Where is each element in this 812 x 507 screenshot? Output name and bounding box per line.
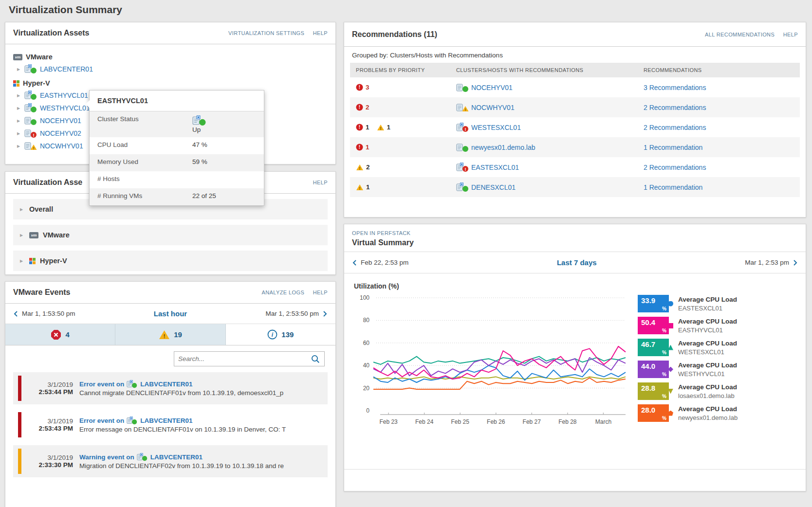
panel-title-asset-summary: Virtualization Asse xyxy=(13,178,82,187)
event-timestamp: 3/1/20192:33:30 PM xyxy=(28,454,73,469)
vcenter-up-icon xyxy=(137,453,148,461)
node-link[interactable]: NOCWHYV01 xyxy=(40,142,83,150)
events-tab-count: 139 xyxy=(281,330,294,339)
cluster-host-link[interactable]: NOCWHYV01 xyxy=(471,104,515,111)
expand-arrow-icon[interactable]: ▶ xyxy=(17,131,22,136)
tooltip-label: # Running VMs xyxy=(97,192,192,199)
grouped-by-label: Grouped by: Clusters/Hosts with Recommen… xyxy=(344,47,806,63)
search-input[interactable] xyxy=(178,355,311,362)
events-range-end: Mar 1, 2:53:50 pm xyxy=(265,310,319,317)
tooltip-value: 22 of 25 xyxy=(192,192,216,199)
event-node-link[interactable]: LABVCENTER01 xyxy=(150,453,203,461)
legend-value-badge: 28.0% xyxy=(638,404,669,422)
event-title-link[interactable]: Error event on xyxy=(79,380,124,388)
warning-priority-icon: ! xyxy=(377,124,385,131)
event-title-link[interactable]: Error event on xyxy=(79,417,124,424)
event-node-link[interactable]: LABVCENTER01 xyxy=(140,380,192,388)
legend-series-node: newyesx01.demo.lab xyxy=(678,414,738,421)
chevron-left-icon[interactable] xyxy=(13,310,18,317)
svg-text:80: 80 xyxy=(363,317,370,324)
priority-count: 1 xyxy=(366,124,369,131)
help-link[interactable]: HELP xyxy=(783,32,798,37)
chevron-right-icon[interactable] xyxy=(793,259,798,266)
summary-range-label[interactable]: Last 7 days xyxy=(408,258,745,267)
node-link[interactable]: EASTHYVCL01 xyxy=(40,91,88,99)
virtualization-settings-link[interactable]: VIRTUALIZATION SETTINGS xyxy=(228,30,304,36)
chart-title: Utilization (%) xyxy=(354,282,638,290)
node-link[interactable]: NOCEHYV02 xyxy=(40,129,81,137)
events-tab-warning[interactable]: !19 xyxy=(115,324,225,345)
svg-text:Feb 25: Feb 25 xyxy=(451,418,470,425)
all-recommendations-link[interactable]: ALL RECOMMENDATIONS xyxy=(705,32,775,37)
cluster-host-link[interactable]: NOCEHYV01 xyxy=(471,84,513,91)
summary-row-hyper-v[interactable]: ▶Hyper-V xyxy=(13,251,328,271)
tooltip-row: Cluster Status Up xyxy=(90,111,264,137)
recommendations-count-link[interactable]: 2 Recommendations xyxy=(644,124,706,131)
legend-series-node: EASTHYVCL01 xyxy=(678,326,723,334)
expand-arrow-icon[interactable]: ▶ xyxy=(17,106,22,110)
search-box[interactable] xyxy=(174,351,325,366)
tooltip-row: # Running VMs22 of 25 xyxy=(90,188,264,205)
chevron-right-icon[interactable] xyxy=(323,310,328,317)
events-tab-info[interactable]: i139 xyxy=(226,324,335,345)
expand-arrow-icon[interactable]: ▶ xyxy=(17,93,22,98)
legend-series-node: losaesx01.demo.lab xyxy=(678,392,735,399)
expand-arrow-icon[interactable]: ▶ xyxy=(20,233,25,237)
legend-item-WESTHYVCL01[interactable]: 44.0%Average CPU LoadWESTHYVCL01 xyxy=(638,361,801,378)
event-timestamp: 3/1/20192:53:43 PM xyxy=(28,417,73,432)
recommendations-count-link[interactable]: 1 Recommendation xyxy=(644,144,702,151)
cluster-host-link[interactable]: EASTESXCL01 xyxy=(471,163,519,171)
chevron-left-icon[interactable] xyxy=(352,259,357,266)
svg-text:40: 40 xyxy=(363,362,370,369)
expand-arrow-icon[interactable]: ▶ xyxy=(20,259,25,263)
svg-text:Feb 27: Feb 27 xyxy=(523,418,541,425)
event-title-link[interactable]: Warning event on xyxy=(79,453,134,461)
help-link[interactable]: HELP xyxy=(313,30,328,36)
events-tab-error[interactable]: 4 xyxy=(5,324,115,345)
event-node-link[interactable]: LABVCENTER01 xyxy=(140,417,192,424)
node-link[interactable]: LABVCENTER01 xyxy=(40,65,93,73)
search-icon[interactable] xyxy=(311,354,320,364)
legend-item-EASTHYVCL01[interactable]: 50.4%Average CPU LoadEASTHYVCL01 xyxy=(638,317,801,334)
expand-arrow-icon[interactable]: ▶ xyxy=(17,144,22,148)
events-range-label[interactable]: Last hour xyxy=(75,309,266,318)
tree-group-vmware: vmVMware xyxy=(13,53,328,61)
node-link[interactable]: NOCEHYV01 xyxy=(40,117,81,125)
help-link[interactable]: HELP xyxy=(313,180,328,185)
warning-priority-icon: ! xyxy=(356,184,364,191)
panel-title-recommendations: Recommendations (11) xyxy=(352,30,437,39)
analyze-logs-link[interactable]: ANALYZE LOGS xyxy=(261,290,304,295)
legend-item-WESTESXCL01[interactable]: 46.7%Average CPU LoadWESTESXCL01 xyxy=(638,339,801,356)
legend-value-badge: 44.0% xyxy=(638,361,669,378)
help-link[interactable]: HELP xyxy=(313,290,328,295)
svg-text:20: 20 xyxy=(363,385,370,392)
tree-group-label: VMware xyxy=(26,53,53,61)
recommendations-count-link[interactable]: 3 Recommendations xyxy=(644,84,706,91)
recommendation-row: !2 !NOCWHYV012 Recommendations xyxy=(350,97,800,117)
legend-item-EASTESXCL01[interactable]: 33.9%Average CPU LoadEASTESXCL01 xyxy=(638,295,801,312)
open-in-perfstack-link[interactable]: OPEN IN PERFSTACK xyxy=(352,230,410,236)
legend-item-newyesx01.demo.lab[interactable]: 28.0%Average CPU Loadnewyesx01.demo.lab xyxy=(638,404,801,422)
expand-arrow-icon[interactable]: ▶ xyxy=(20,207,25,212)
recommendations-count-link[interactable]: 1 Recommendation xyxy=(644,183,702,191)
event-timestamp: 3/1/20192:53:44 PM xyxy=(28,381,73,396)
events-list: 3/1/20192:53:44 PMError event on LABVCEN… xyxy=(5,371,335,477)
expand-arrow-icon[interactable]: ▶ xyxy=(17,119,22,123)
svg-text:!: ! xyxy=(465,108,466,112)
cluster-host-link[interactable]: DENESXCL01 xyxy=(471,183,516,191)
tree-node-labvcenter01[interactable]: ▶ LABVCENTER01 xyxy=(13,63,328,75)
cluster-host-link[interactable]: WESTESXCL01 xyxy=(471,124,521,131)
recommendations-count-link[interactable]: 2 Recommendations xyxy=(644,104,706,111)
tree-group-hyper-v: Hyper-V xyxy=(13,79,328,87)
vcenter-up-icon xyxy=(127,416,138,425)
vmware-logo-icon: vm xyxy=(29,232,38,238)
summary-row-label: VMware xyxy=(43,231,70,239)
expand-arrow-icon[interactable]: ▶ xyxy=(17,67,22,72)
recommendations-count-link[interactable]: 2 Recommendations xyxy=(644,163,706,171)
legend-series-name: Average CPU Load xyxy=(678,340,737,347)
warning-priority-icon: ! xyxy=(356,164,364,171)
node-link[interactable]: WESTHYVCL01 xyxy=(40,104,90,112)
cluster-host-link[interactable]: newyesx01.demo.lab xyxy=(471,144,535,151)
summary-row-vmware[interactable]: ▶vmVMware xyxy=(13,225,328,245)
legend-item-losaesx01.demo.lab[interactable]: 28.8%Average CPU Loadlosaesx01.demo.lab xyxy=(638,382,801,400)
